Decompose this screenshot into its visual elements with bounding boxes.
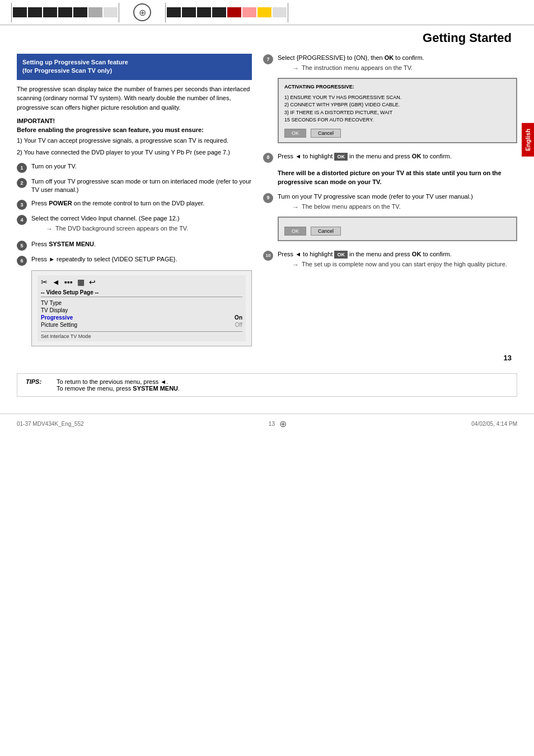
menu-icon-return: ↩ — [89, 278, 96, 287]
step-4: 4 Select the correct Video Input channel… — [17, 214, 252, 236]
step-7: 7 Select {PROGRESSIVE} to {ON}, then OK … — [263, 54, 517, 148]
tips-line-1: To return to the previous menu, press ◄. — [57, 378, 180, 385]
step-8: 8 Press ◄ to highlight OK in the menu an… — [263, 152, 517, 163]
dialog-line-2: 2) CONNECT WITH YPBPR (GBR) VIDEO CABLE. — [284, 101, 510, 109]
dialog-ok-btn-1[interactable]: OK — [284, 129, 306, 138]
footer-right: 04/02/05, 4:14 PM — [471, 421, 517, 427]
tips-label: TIPS: — [26, 378, 48, 385]
bar-block-3 — [43, 7, 57, 17]
step-10-arrow: → The set up is complete now and you can… — [292, 260, 517, 270]
step-10-text: Press ◄ to highlight OK in the menu and … — [278, 251, 452, 257]
left-column: Setting up Progressive Scan feature (for… — [17, 54, 252, 351]
step-9: 9 Turn on your TV progressive scan mode … — [263, 192, 517, 246]
bar-block-6 — [88, 7, 102, 17]
footer-compass: ⊕ — [279, 419, 287, 429]
important-label: IMPORTANT! — [17, 118, 252, 124]
step-circle-4: 4 — [17, 215, 27, 225]
bar-block-5 — [73, 7, 87, 17]
step-4-arrow: → The DVD background screen appears on t… — [46, 224, 252, 234]
footer-bar: 01-37 MDV434K_Eng_552 13 ⊕ 04/02/05, 4:1… — [0, 414, 534, 434]
step-9-arrow: → The below menu appears on the TV. — [292, 203, 517, 212]
language-tab: English — [522, 123, 534, 157]
bar-block-r6 — [242, 7, 256, 17]
compass-icon: ⊕ — [133, 3, 151, 21]
bar-block-r8 — [273, 7, 287, 17]
step-1-text: Turn on your TV. — [31, 163, 77, 170]
menu-icon-scissors: ✂ — [41, 278, 48, 287]
step-circle-7: 7 — [263, 54, 273, 64]
step-8-text: Press ◄ to highlight OK in the menu and … — [278, 153, 452, 159]
menu-title: -- Video Setup Page -- — [41, 289, 242, 297]
bar-block-r3 — [197, 7, 211, 17]
bar-block-4 — [58, 7, 72, 17]
menu-row-tvtype: TV Type — [41, 299, 242, 307]
step-circle-10: 10 — [263, 251, 273, 261]
ok-box-8: OK — [334, 153, 348, 161]
menu-row-tvdisplay: TV Display — [41, 307, 242, 314]
dialog-ok-btn-2[interactable]: OK — [284, 227, 306, 236]
dialog-confirm: OK Cancel — [278, 217, 517, 241]
tips-line-2: To remove the menu, press SYSTEM MENU. — [57, 385, 180, 392]
menu-screenshot: ✂ ◄ ▪▪▪ ▦ ↩ -- Video Setup Page -- TV Ty… — [31, 270, 252, 346]
menu-icons-row: ✂ ◄ ▪▪▪ ▦ ↩ — [41, 278, 242, 287]
dialog-line-3: 3) IF THERE IS A DISTORTED PICTURE, WAIT — [284, 109, 510, 117]
footer-left: 01-37 MDV434K_Eng_552 — [17, 421, 84, 427]
step-circle-8: 8 — [263, 153, 273, 163]
menu-icon-camera: ▪▪▪ — [64, 278, 73, 287]
dialog-activating-title: ACTIVATING PROGRESSIVE: — [284, 83, 510, 91]
page-number: 13 — [17, 354, 517, 362]
step-circle-1: 1 — [17, 163, 27, 173]
step-2-text: Turn off your TV progressive scan mode o… — [31, 178, 251, 193]
intro-text: The progressive scan display twice the n… — [17, 84, 252, 112]
step-circle-3: 3 — [17, 200, 27, 210]
tips-section: TIPS: To return to the previous menu, pr… — [17, 373, 517, 397]
bar-block-2 — [28, 7, 42, 17]
dialog-cancel-btn-2[interactable]: Cancel — [311, 227, 341, 236]
dialog-activating: ACTIVATING PROGRESSIVE: 1) ENSURE YOUR T… — [278, 78, 517, 143]
menu-icon-sound: ◄ — [52, 278, 60, 287]
ensure-item-1: 1) Your TV can accept progressive signal… — [17, 137, 252, 145]
bar-block-7 — [104, 7, 118, 17]
bar-block-r5 — [227, 7, 241, 17]
ensure-item-2: 2) You have connected the DVD player to … — [17, 148, 252, 157]
section-heading-box: Setting up Progressive Scan feature (for… — [17, 54, 252, 80]
step-circle-6: 6 — [17, 256, 27, 266]
step-3: 3 Press POWER on the remote control to t… — [17, 199, 252, 210]
step-7-arrow: → The instruction menu appears on the TV… — [292, 64, 517, 73]
step-5: 5 Press SYSTEM MENU. — [17, 240, 252, 251]
dialog-buttons-1: OK Cancel — [284, 129, 510, 138]
menu-row-progressive: Progressive On — [41, 314, 242, 321]
bar-block-r1 — [167, 7, 181, 17]
step-circle-9: 9 — [263, 193, 273, 203]
bar-block-r4 — [212, 7, 226, 17]
menu-footer: Set Interlace TV Mode — [41, 331, 242, 339]
dialog-buttons-2: OK Cancel — [284, 227, 510, 236]
important-sub: Before enabling the progressive scan fea… — [17, 126, 252, 133]
step-9-text: Turn on your TV progressive scan mode (r… — [278, 193, 473, 200]
bar-block-r2 — [182, 7, 196, 17]
right-column: 7 Select {PROGRESSIVE} to {ON}, then OK … — [263, 54, 517, 351]
step-6: 6 Press ► repeatedly to select {VIDEO SE… — [17, 255, 252, 266]
ok-box-10: OK — [334, 251, 348, 259]
bar-block-r7 — [257, 7, 271, 17]
step-circle-5: 5 — [17, 241, 27, 251]
dialog-line-1: 1) ENSURE YOUR TV HAS PROGRESSIVE SCAN. — [284, 94, 510, 102]
step-circle-2: 2 — [17, 178, 27, 188]
warning-block: There will be a distorted picture on you… — [278, 168, 517, 187]
step-2: 2 Turn off your TV progressive scan mode… — [17, 177, 252, 195]
menu-row-picture: Picture Setting Off — [41, 321, 242, 328]
dialog-cancel-btn-1[interactable]: Cancel — [311, 129, 341, 138]
footer-center-text: 13 — [269, 421, 275, 427]
step-7-text: Select {PROGRESSIVE} to {ON}, then OK to… — [278, 54, 424, 61]
step-1: 1 Turn on your TV. — [17, 162, 252, 173]
step-10: 10 Press ◄ to highlight OK in the menu a… — [263, 250, 517, 271]
step-4-text: Select the correct Video Input channel. … — [31, 215, 180, 222]
page-title: Getting Started — [17, 31, 517, 45]
menu-icon-grid: ▦ — [77, 278, 85, 287]
bar-block-1 — [13, 7, 27, 17]
dialog-line-4: 15 SECONDS FOR AUTO RECOVERY. — [284, 116, 510, 124]
